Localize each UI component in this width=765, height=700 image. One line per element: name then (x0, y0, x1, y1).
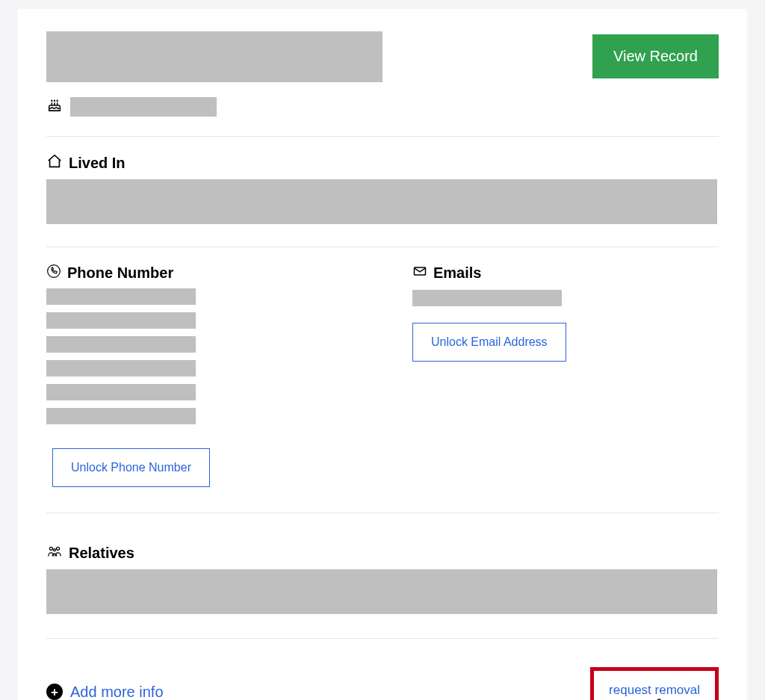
email-placeholder (412, 290, 562, 306)
unlock-phone-button[interactable]: Unlock Phone Number (52, 448, 210, 487)
lived-in-placeholder (46, 179, 717, 224)
svg-point-2 (49, 547, 52, 550)
relatives-header: Relatives (46, 543, 719, 563)
email-title: Emails (433, 264, 481, 282)
add-more-info-link[interactable]: + Add more info (46, 684, 164, 701)
phone-placeholder (46, 360, 196, 377)
phone-header: Phone Number (46, 264, 412, 282)
lived-in-header: Lived In (46, 153, 719, 173)
plus-icon: + (46, 684, 63, 700)
phone-placeholder (46, 384, 196, 400)
footer-row: + Add more info request removal (46, 639, 719, 700)
record-card: View Record (18, 9, 747, 700)
phone-title: Phone Number (67, 264, 173, 282)
request-removal-link[interactable]: request removal (609, 683, 700, 698)
svg-point-4 (54, 549, 56, 551)
card-inner: View Record (18, 9, 747, 700)
age-placeholder (70, 97, 217, 117)
relatives-placeholder (46, 569, 717, 614)
name-placeholder (46, 31, 382, 82)
phone-list (46, 288, 412, 424)
view-record-button[interactable]: View Record (592, 34, 719, 78)
phone-column: Phone Number Unlock Phone Number (46, 264, 412, 487)
phone-placeholder (46, 312, 196, 329)
lived-in-section: Lived In (46, 137, 719, 227)
lived-in-title: Lived In (69, 155, 126, 172)
relatives-section: Relatives (46, 513, 719, 617)
birthday-cake-icon (46, 97, 63, 117)
pointer-cursor-icon (651, 696, 673, 700)
contact-columns: Phone Number Unlock Phone Number (46, 247, 719, 487)
relatives-title: Relatives (69, 545, 134, 562)
phone-placeholder (46, 408, 196, 424)
email-icon (412, 264, 427, 282)
phone-placeholder (46, 288, 196, 305)
phone-placeholder (46, 336, 196, 353)
email-column: Emails Unlock Email Address (412, 264, 719, 487)
email-header: Emails (412, 264, 719, 282)
request-removal-highlight: request removal (590, 667, 719, 700)
age-row (46, 97, 719, 117)
add-more-label: Add more info (70, 684, 164, 701)
relatives-icon (46, 543, 63, 563)
header-row: View Record (46, 31, 719, 82)
svg-point-3 (57, 547, 60, 550)
phone-icon (46, 264, 61, 282)
unlock-email-button[interactable]: Unlock Email Address (412, 323, 566, 362)
house-icon (46, 153, 63, 173)
